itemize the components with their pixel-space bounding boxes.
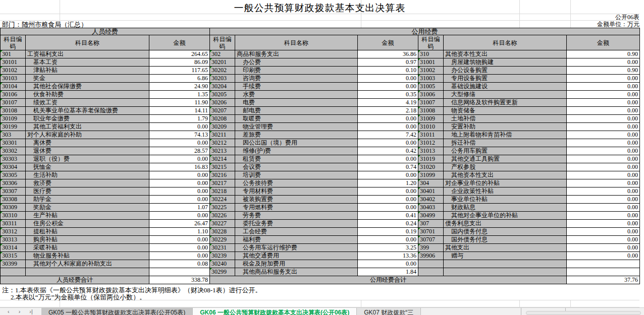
subject-code-cell[interactable]: 31012 [418, 139, 444, 147]
amount-cell[interactable]: 0.00 [149, 171, 210, 179]
subject-name-cell[interactable]: 工资福利支出 [26, 50, 149, 58]
amount-cell[interactable]: 36.86 [358, 50, 418, 58]
subject-code-cell[interactable]: 39906 [418, 252, 444, 260]
subject-code-header[interactable]: 科目编码 [1, 35, 26, 50]
subject-name-header[interactable]: 科目名称 [26, 35, 149, 50]
amount-cell[interactable]: 0.00 [567, 179, 640, 187]
subject-name-cell[interactable]: 奖金 [26, 75, 149, 83]
personnel-total-label[interactable]: 人员经费合计 [1, 276, 149, 284]
subject-name-cell[interactable]: 税金及附加费用 [235, 260, 358, 268]
subject-name-cell[interactable]: 劳务费 [235, 212, 358, 220]
amount-cell[interactable]: 0.00 [567, 131, 640, 139]
amount-cell[interactable] [567, 268, 640, 276]
amount-cell[interactable]: 0.00 [567, 99, 640, 107]
amount-cell[interactable]: 1.20 [358, 179, 418, 187]
subject-code-cell[interactable]: 31011 [418, 131, 444, 139]
subject-name-cell[interactable]: 专用设备购置 [444, 75, 567, 83]
amount-cell[interactable]: 28.57 [149, 147, 210, 155]
subject-code-cell[interactable]: 30499 [418, 212, 444, 220]
subject-name-cell[interactable]: 基本工资 [26, 58, 149, 67]
amount-cell[interactable]: 0.42 [358, 147, 418, 155]
subject-code-cell[interactable]: 30707 [418, 236, 444, 244]
subject-name-cell[interactable]: 专用材料费 [235, 187, 358, 196]
subject-code-cell[interactable]: 30226 [210, 212, 235, 220]
subject-code-cell[interactable]: 30109 [1, 115, 26, 123]
amount-cell[interactable]: 1.07 [149, 204, 210, 212]
subject-code-cell[interactable]: 30305 [1, 171, 26, 179]
subject-code-cell[interactable]: 30204 [210, 83, 235, 91]
subject-code-cell[interactable]: 30208 [210, 115, 235, 123]
subject-code-cell[interactable]: 30403 [418, 204, 444, 212]
subject-name-cell[interactable]: 委托业务费 [235, 220, 358, 228]
subject-name-cell[interactable]: 助学金 [26, 196, 149, 204]
amount-cell[interactable]: 7.42 [358, 131, 418, 139]
subject-code-cell[interactable]: 30399 [1, 260, 26, 268]
amount-cell[interactable]: 0.00 [567, 147, 640, 155]
subject-code-cell[interactable]: 31010 [418, 123, 444, 131]
subject-code-cell[interactable]: 30212 [210, 139, 235, 147]
subject-code-cell[interactable]: 30216 [210, 171, 235, 179]
subject-code-cell[interactable]: 31009 [418, 115, 444, 123]
amount-cell[interactable]: 6.86 [149, 75, 210, 83]
subject-name-cell[interactable]: 绩效工资 [26, 99, 149, 107]
amount-cell[interactable]: 0.00 [567, 163, 640, 171]
subject-name-cell[interactable] [444, 260, 567, 268]
subject-code-header[interactable]: 科目编码 [210, 35, 235, 50]
subject-code-cell[interactable]: 30203 [210, 75, 235, 83]
subject-name-cell[interactable]: 差旅费 [235, 131, 358, 139]
amount-cell[interactable]: 0.00 [358, 139, 418, 147]
amount-cell[interactable] [149, 268, 210, 276]
amount-cell[interactable]: 0.19 [358, 228, 418, 236]
subject-name-cell[interactable] [26, 268, 149, 276]
subject-name-cell[interactable]: 物资储备 [444, 107, 567, 115]
subject-name-cell[interactable]: 其他资本性支出 [444, 50, 567, 58]
subject-code-cell[interactable]: 30402 [418, 196, 444, 204]
subject-code-cell[interactable]: 30217 [210, 179, 235, 187]
subject-name-cell[interactable]: 因公出国（境）费用 [235, 139, 358, 147]
amount-cell[interactable]: 0.00 [149, 179, 210, 187]
subject-name-cell[interactable]: 其他商品和服务支出 [235, 268, 358, 276]
subject-code-cell[interactable]: 30215 [210, 163, 235, 171]
subject-code-cell[interactable]: 30304 [1, 163, 26, 171]
subject-code-cell[interactable]: 30213 [210, 147, 235, 155]
amount-cell[interactable] [567, 260, 640, 268]
sheet-tab[interactable]: GK06 一般公共预算财政拨款基本支出决算表(公开06表) [193, 308, 357, 315]
horizontal-scrollbar[interactable] [526, 311, 641, 315]
subject-code-cell[interactable]: 31020 [418, 163, 444, 171]
subject-code-cell[interactable]: 30307 [1, 187, 26, 196]
subject-name-header[interactable]: 科目名称 [235, 35, 358, 50]
subject-name-cell[interactable]: 事业单位补贴 [444, 196, 567, 204]
amount-cell[interactable]: 0.00 [358, 196, 418, 204]
subject-code-cell[interactable]: 31019 [418, 155, 444, 163]
amount-cell[interactable]: 0.00 [567, 139, 640, 147]
subject-code-cell[interactable]: 30101 [1, 58, 26, 67]
amount-cell[interactable]: 0.00 [358, 83, 418, 91]
amount-cell[interactable]: 0.41 [358, 212, 418, 220]
subject-name-cell[interactable]: 其他交通费用 [235, 252, 358, 260]
amount-cell[interactable]: 0.97 [358, 58, 418, 67]
subject-code-cell[interactable]: 30201 [210, 58, 235, 67]
amount-header[interactable]: 金额 [149, 35, 210, 50]
subject-code-cell[interactable] [418, 260, 444, 268]
subject-name-cell[interactable]: 房屋建筑物购建 [444, 58, 567, 67]
subject-code-cell[interactable]: 31008 [418, 107, 444, 115]
subject-name-cell[interactable]: 安置补助 [444, 123, 567, 131]
amount-header[interactable]: 金额 [567, 35, 640, 50]
amount-cell[interactable]: 3.25 [358, 244, 418, 252]
amount-cell[interactable]: 0.00 [149, 139, 210, 147]
subject-code-cell[interactable] [418, 268, 444, 276]
subject-name-cell[interactable]: 债务利息支出 [444, 220, 567, 228]
subject-code-cell[interactable]: 30299 [210, 268, 235, 276]
amount-cell[interactable]: 0.00 [567, 171, 640, 179]
amount-cell[interactable]: 0.00 [358, 260, 418, 268]
sheet-tab[interactable]: GK05 一般公共预算财政拨款支出决算表(公开05表) [41, 308, 193, 315]
subject-name-cell[interactable]: 会议费 [235, 163, 358, 171]
subject-name-cell[interactable]: 其他对个人和家庭的补助支出 [26, 260, 149, 268]
subject-name-cell[interactable]: 专用燃料费 [235, 204, 358, 212]
amount-cell[interactable]: 0.00 [149, 187, 210, 196]
amount-cell[interactable]: 0.00 [149, 244, 210, 252]
subject-name-cell[interactable]: 培训费 [235, 171, 358, 179]
subject-name-cell[interactable]: 提租补贴 [26, 228, 149, 236]
amount-cell[interactable]: 0.00 [567, 155, 640, 163]
subject-code-cell[interactable]: 30302 [1, 147, 26, 155]
